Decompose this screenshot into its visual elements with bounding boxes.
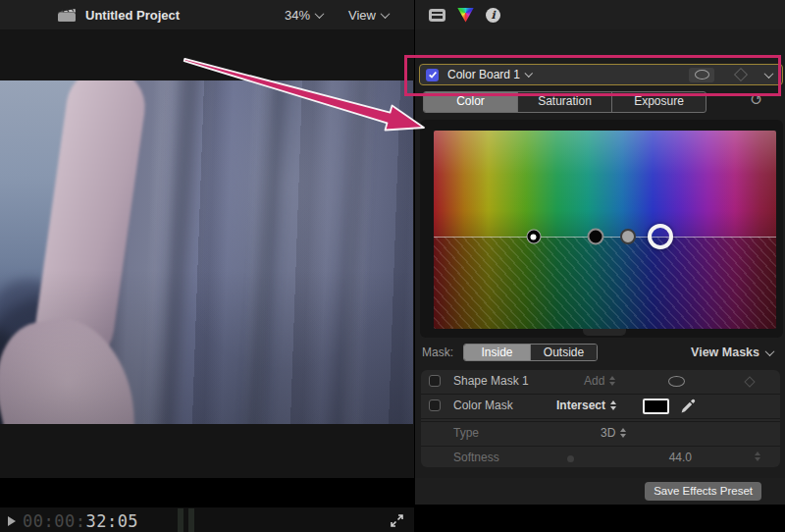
highlights-puck[interactable]: [648, 224, 673, 249]
inspector-tab-bar: i: [415, 0, 785, 29]
softness-row: Softness 44.0: [421, 447, 780, 467]
color-mask-blend-dropdown[interactable]: Intersect: [556, 399, 616, 412]
type-row: Type 3D: [421, 421, 780, 447]
save-effects-preset-button[interactable]: Save Effects Preset: [645, 482, 761, 501]
color-mask-row: Color Mask Intersect: [421, 395, 780, 419]
view-dropdown[interactable]: View: [348, 8, 389, 23]
mask-inside-outside-control: Inside Outside: [463, 344, 598, 361]
mask-bar: Mask: Inside Outside View Masks: [415, 343, 785, 362]
board-resize-handle[interactable]: [583, 329, 626, 336]
chevron-down-icon: [765, 346, 775, 356]
mask-inside-segment[interactable]: Inside: [464, 345, 530, 360]
mask-outside-segment[interactable]: Outside: [530, 345, 597, 360]
shape-mask-checkbox[interactable]: [429, 375, 441, 387]
softness-value[interactable]: 44.0: [653, 451, 692, 464]
shadows-puck[interactable]: [588, 229, 604, 245]
expand-viewer-icon[interactable]: [390, 513, 404, 528]
color-mask-label: Color Mask: [453, 399, 513, 412]
fcp-window: Untitled Project 34% View 0: [0, 0, 785, 532]
info-inspector-icon[interactable]: i: [486, 8, 500, 23]
annotation-highlight-box: [404, 55, 781, 96]
midtones-puck[interactable]: [620, 229, 636, 244]
project-title: Untitled Project: [85, 8, 180, 23]
shape-mask-row: Shape Mask 1 Add: [421, 370, 780, 395]
clapperboard-icon: [57, 8, 77, 23]
transport-bar: 00:00:32:05: [0, 507, 414, 532]
chevron-down-icon: [381, 9, 391, 19]
keyframe-diamond-icon[interactable]: [744, 376, 755, 387]
timecode-display[interactable]: 00:00:32:05: [23, 511, 138, 531]
type-dropdown[interactable]: 3D: [601, 426, 626, 440]
video-preview: [0, 80, 413, 424]
chevron-down-icon: [315, 9, 325, 19]
audio-meter: [178, 508, 183, 532]
type-label: Type: [453, 426, 479, 440]
shape-mask-label: Shape Mask 1: [453, 374, 529, 388]
inspector-footer: Save Effects Preset: [415, 478, 785, 505]
softness-stepper[interactable]: [755, 452, 760, 461]
viewer-toolbar: Untitled Project 34% View: [0, 0, 414, 29]
view-masks-dropdown[interactable]: View Masks: [691, 346, 773, 359]
eyedropper-icon[interactable]: [680, 398, 697, 418]
color-mask-checkbox[interactable]: [429, 399, 441, 411]
shape-mask-shape-icon[interactable]: [668, 376, 685, 387]
color-board-grid[interactable]: [434, 131, 776, 329]
softness-slider-handle[interactable]: [567, 455, 574, 462]
zoom-level-dropdown[interactable]: 34%: [285, 8, 323, 23]
shape-mask-blend-dropdown[interactable]: Add: [584, 374, 615, 388]
color-inspector-icon[interactable]: [457, 8, 474, 23]
master-puck[interactable]: [526, 230, 541, 244]
masks-list: Shape Mask 1 Add Color Mask Intersect: [421, 370, 780, 467]
play-button[interactable]: [8, 516, 16, 526]
video-inspector-icon[interactable]: [429, 9, 445, 22]
viewer-canvas: 00:00:32:05: [0, 29, 414, 478]
softness-label: Softness: [453, 451, 499, 464]
audio-meter: [188, 508, 194, 532]
mask-label: Mask:: [422, 346, 453, 359]
color-mask-swatch[interactable]: [643, 399, 669, 414]
